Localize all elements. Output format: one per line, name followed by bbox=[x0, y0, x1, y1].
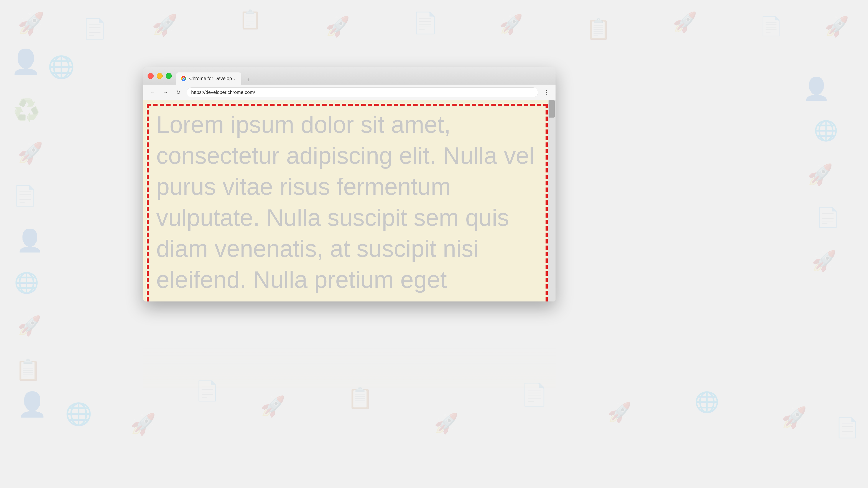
bg-icon-23: 🌐 bbox=[694, 390, 719, 414]
bg-icon-16: 🚀 bbox=[130, 412, 156, 436]
forward-button[interactable]: → bbox=[161, 88, 170, 97]
bg-icon-27: 🌐 bbox=[814, 119, 838, 142]
bg-icon-30: 🚀 bbox=[812, 250, 837, 273]
title-bar: Chrome for Developers + bbox=[143, 67, 556, 85]
tab-area: Chrome for Developers + bbox=[176, 67, 551, 85]
browser-tab[interactable]: Chrome for Developers bbox=[176, 72, 241, 85]
bg-icon-3: 🚀 bbox=[152, 13, 178, 37]
bg-icon-29: 📄 bbox=[816, 206, 840, 229]
bg-icon-34: 👤 bbox=[16, 228, 43, 253]
browser-window: Chrome for Developers + ← → ↻ https://de… bbox=[143, 67, 556, 301]
bg-icon-2: 📄 bbox=[83, 18, 107, 40]
bg-icon-33: 📄 bbox=[13, 184, 37, 207]
bg-icon-22: 🚀 bbox=[608, 401, 631, 424]
browser-menu-button[interactable]: ⋮ bbox=[541, 88, 551, 97]
address-bar[interactable]: https://developer.chrome.com/ bbox=[187, 88, 538, 97]
bg-icon-11: 🚀 bbox=[825, 15, 849, 38]
bg-icon-9: 🚀 bbox=[673, 11, 697, 34]
chrome-favicon bbox=[181, 75, 187, 82]
bg-icon-5: 🚀 bbox=[326, 15, 350, 38]
bg-icon-18: 🚀 bbox=[260, 395, 285, 418]
bg-icon-6: 📄 bbox=[412, 11, 438, 35]
bg-icon-37: 📋 bbox=[15, 358, 41, 382]
traffic-light-green[interactable] bbox=[166, 73, 172, 79]
bg-icon-10: 📄 bbox=[760, 15, 782, 37]
bg-icon-1: 🚀 bbox=[18, 11, 44, 36]
page-lorem-text: Lorem ipsum dolor sit amet, consectetur … bbox=[143, 100, 556, 301]
page-content: Lorem ipsum dolor sit amet, consectetur … bbox=[143, 100, 556, 301]
bg-icon-24: 🚀 bbox=[781, 405, 807, 430]
bg-icon-4: 📋 bbox=[239, 9, 262, 30]
traffic-light-yellow[interactable] bbox=[157, 73, 163, 79]
bg-icon-35: 🌐 bbox=[14, 271, 39, 295]
bg-icon-36: 🚀 bbox=[18, 315, 41, 337]
bg-icon-13: 🌐 bbox=[48, 54, 75, 80]
traffic-lights bbox=[148, 73, 172, 79]
bg-icon-31: ♻️ bbox=[13, 98, 40, 123]
bg-icon-26: 👤 bbox=[803, 76, 830, 101]
new-tab-button[interactable]: + bbox=[244, 75, 253, 85]
reload-button[interactable]: ↻ bbox=[174, 88, 183, 97]
nav-bar: ← → ↻ https://developer.chrome.com/ ⋮ bbox=[143, 85, 556, 100]
bg-icon-15: 🌐 bbox=[65, 401, 92, 427]
bg-icon-7: 🚀 bbox=[499, 13, 523, 36]
tab-title: Chrome for Developers bbox=[189, 76, 237, 82]
svg-point-2 bbox=[183, 78, 184, 79]
bg-icon-12: 👤 bbox=[11, 48, 40, 76]
url-text: https://developer.chrome.com/ bbox=[191, 90, 255, 95]
bg-icon-20: 🚀 bbox=[434, 412, 458, 435]
bg-icon-32: 🚀 bbox=[18, 141, 43, 165]
traffic-light-red[interactable] bbox=[148, 73, 154, 79]
browser-reflection bbox=[143, 301, 556, 388]
bg-icon-28: 🚀 bbox=[807, 163, 833, 187]
bg-icon-8: 📋 bbox=[586, 18, 611, 41]
bg-icon-25: 📄 bbox=[835, 416, 859, 439]
bg-icon-14: 👤 bbox=[18, 390, 47, 418]
back-button[interactable]: ← bbox=[148, 88, 157, 97]
bg-icon-19: 📋 bbox=[347, 386, 373, 410]
